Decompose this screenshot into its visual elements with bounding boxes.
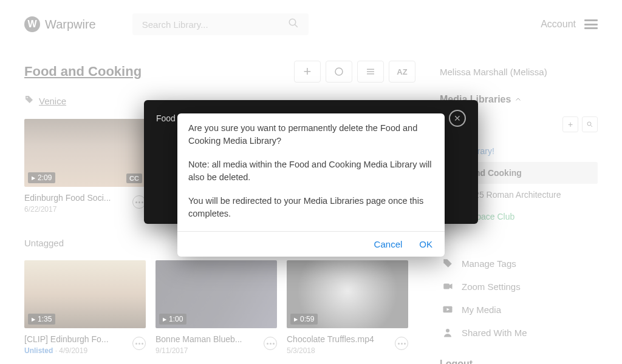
dialog-text: You will be redirected to your Media Lib… [188, 195, 434, 220]
ok-button[interactable]: OK [419, 239, 432, 249]
dialog-text: Are you sure you want to permanently del… [188, 122, 434, 147]
dialog-text: Note: all media within the Food and Cook… [188, 158, 434, 184]
close-icon: ✕ [454, 113, 461, 123]
cancel-button[interactable]: Cancel [374, 239, 403, 249]
close-button[interactable]: ✕ [449, 110, 466, 127]
confirm-dialog: Are you sure you want to permanently del… [177, 113, 445, 257]
